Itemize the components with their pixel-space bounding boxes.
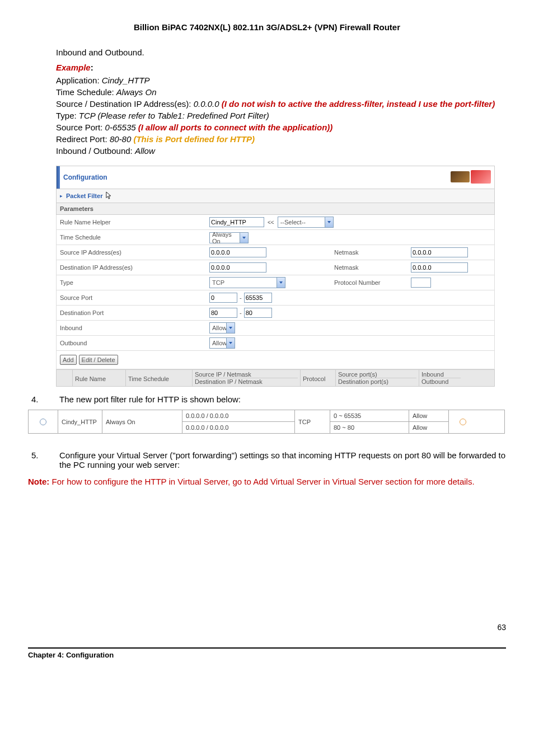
result-ipnm1: 0.0.0.0 / 0.0.0.0 [182, 410, 294, 421]
result-table: Cindy_HTTP Always On 0.0.0.0 / 0.0.0.0 0… [28, 410, 505, 434]
ex-app-label: Application: [56, 76, 102, 85]
result-dport: 80 ~ 80 [330, 421, 409, 433]
add-button[interactable]: Add [60, 355, 77, 365]
header-image-icon [444, 169, 494, 186]
page-header-title: Billion BiPAC 7402NX(L) 802.11n 3G/ADSL2… [28, 22, 506, 32]
type-label: Type [57, 279, 208, 286]
result-time: Always On [102, 410, 182, 433]
example-block: Application: Cindy_HTTP Time Schedule: A… [56, 74, 506, 157]
inbound-select[interactable]: Allow [209, 322, 235, 334]
ex-type-val: TCP (Please refer to Table1: Predefined … [79, 111, 269, 120]
ex-sdip-val: 0.0.0.0 [194, 99, 222, 109]
th-outbound: Outbound [421, 378, 461, 385]
dash-1: - [238, 294, 243, 301]
th-dport: Destination port(s) [338, 378, 416, 385]
ex-iob-val: Allow [135, 146, 155, 156]
ex-rport-note: (This is Port defined for HTTP) [133, 134, 255, 144]
parameters-header: Parameters [56, 203, 495, 215]
step4-text: The new port filter rule for HTTP is sho… [59, 395, 506, 404]
ex-rport-val: 80-80 [110, 134, 134, 144]
dstip-label: Destination IP Address(es) [57, 264, 208, 271]
srcport-label: Source Port [57, 294, 208, 301]
dstport-to-input[interactable] [244, 308, 272, 318]
step5-number: 5. [28, 450, 59, 469]
th-dstipnm: Destination IP / Netmask [195, 378, 298, 385]
note-paragraph: Note: For how to configure the HTTP in V… [28, 476, 506, 487]
ex-sdip-label: Source / Destination IP Address(es): [56, 99, 194, 109]
chapter-label: Chapter 4: Configuration [28, 651, 114, 659]
protnum-label: Protocol Number [331, 279, 410, 286]
step5-text: Configure your Virtual Server ("port for… [59, 450, 506, 469]
ex-time-val: Always On [116, 87, 157, 97]
inbound-value: Allow [212, 325, 227, 331]
ex-rport-label: Redirect Port: [56, 134, 110, 144]
config-subheader: ▸ Packet Filter [56, 189, 495, 203]
rulename-label: Rule Name Helper [57, 219, 208, 226]
packet-filter-link[interactable]: Packet Filter [66, 192, 102, 199]
header-stripe [57, 166, 60, 189]
note-text: For how to configure the HTTP in Virtual… [52, 477, 475, 486]
result-radio-right[interactable] [460, 419, 466, 425]
timeschedule-label: Time Schedule [57, 234, 208, 241]
result-ipnm2: 0.0.0.0 / 0.0.0.0 [182, 421, 294, 433]
th-rulename: Rule Name [73, 370, 126, 386]
th-proto: Protocol [301, 370, 336, 386]
timeschedule-select[interactable]: Always On [209, 232, 249, 243]
protnum-input[interactable] [411, 278, 431, 288]
note-label: Note: [28, 477, 52, 486]
ltlt-label: << [265, 219, 277, 226]
srcip-input[interactable] [209, 247, 266, 257]
ex-sport-note: (I allow all ports to connect with the a… [138, 123, 333, 132]
th-srcipnm: Source IP / Netmask [195, 371, 298, 378]
ex-sport-val: 0-65535 [105, 123, 138, 132]
result-sport: 0 ~ 65535 [330, 410, 409, 421]
dstport-label: Destination Port [57, 309, 208, 316]
netmask-label-2: Netmask [331, 264, 410, 271]
config-screenshot: Configuration ▸ Packet Filter Parameters… [56, 166, 495, 387]
outbound-select[interactable]: Allow [209, 337, 235, 349]
intro-line: Inbound and Outbound. [56, 48, 506, 57]
srcip-label: Source IP Address(es) [57, 249, 208, 256]
triangle-icon: ▸ [60, 193, 63, 199]
inbound-label: Inbound [57, 325, 208, 331]
helper-select-value: --Select-- [280, 219, 306, 226]
page-number: 63 [28, 623, 506, 632]
helper-select[interactable]: --Select-- [278, 217, 334, 228]
th-inbound: Inbound [421, 371, 461, 378]
config-title: Configuration [63, 173, 444, 181]
th-time: Time Schedule [126, 370, 193, 386]
result-allow2: Allow [409, 421, 448, 433]
table-header: Rule Name Time Schedule Source IP / Netm… [56, 369, 495, 387]
timeschedule-value: Always On [212, 231, 240, 245]
result-allow1: Allow [409, 410, 448, 421]
type-value: TCP [212, 279, 224, 286]
step4-number: 4. [28, 395, 59, 404]
ex-sport-label: Source Port: [56, 123, 105, 132]
srcport-to-input[interactable] [244, 293, 272, 303]
dstnetmask-input[interactable] [411, 262, 468, 273]
ex-app-val: Cindy_HTTP [102, 76, 150, 85]
ex-type-label: Type: [56, 111, 79, 120]
dstport-from-input[interactable] [209, 308, 237, 318]
rulename-input[interactable] [209, 217, 264, 227]
dash-2: - [238, 309, 243, 316]
srcnetmask-input[interactable] [411, 247, 468, 257]
result-rule: Cindy_HTTP [58, 410, 102, 433]
edit-delete-button[interactable]: Edit / Delete [79, 355, 118, 365]
dstip-input[interactable] [209, 262, 266, 273]
ex-sdip-note: (I do not wish to active the address-fil… [222, 99, 495, 109]
example-heading: Example: [56, 63, 506, 72]
result-proto: TCP [295, 410, 330, 433]
outbound-label: Outbound [57, 340, 208, 346]
netmask-label-1: Netmask [331, 249, 410, 256]
ex-iob-label: Inbound / Outbound: [56, 146, 135, 156]
ex-time-label: Time Schedule: [56, 87, 116, 97]
type-select[interactable]: TCP [209, 277, 285, 288]
srcport-from-input[interactable] [209, 293, 237, 303]
cursor-icon [106, 191, 114, 200]
config-header: Configuration [56, 166, 495, 189]
th-sport: Source port(s) [338, 371, 416, 378]
result-radio-left[interactable] [40, 419, 46, 425]
outbound-value: Allow [212, 340, 227, 346]
example-label: Example [56, 63, 91, 72]
